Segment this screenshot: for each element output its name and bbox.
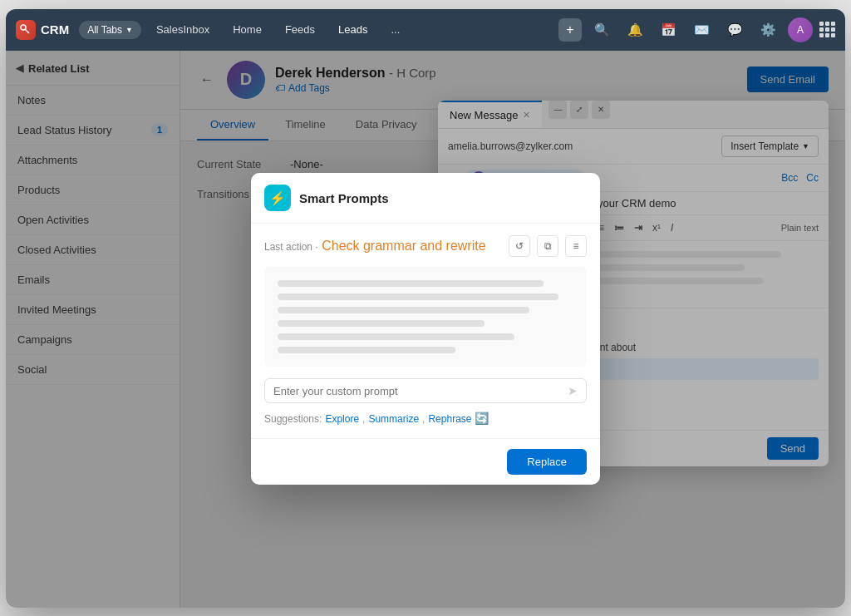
app-name: CRM bbox=[41, 22, 69, 37]
modal-action-icons: ↺ ⧉ ≡ bbox=[509, 235, 587, 257]
replace-button[interactable]: Replace bbox=[507, 449, 587, 475]
content-line-1 bbox=[278, 280, 544, 287]
last-action-prefix: Last action · bbox=[264, 241, 318, 253]
modal-header: ⚡ Smart Prompts bbox=[251, 173, 600, 224]
suggestion-summarize[interactable]: Summarize bbox=[368, 413, 419, 425]
content-line-4 bbox=[278, 320, 485, 327]
app-logo: CRM bbox=[16, 20, 69, 40]
dropdown-chevron: ▼ bbox=[125, 26, 133, 34]
modal-content-area bbox=[264, 267, 587, 367]
last-action-row: Last action · Check grammar and rewrite … bbox=[264, 235, 587, 257]
modal-footer: Replace bbox=[251, 438, 600, 485]
smart-prompts-modal: ⚡ Smart Prompts Last action · Check gram… bbox=[251, 173, 600, 485]
notifications-icon[interactable]: 🔔 bbox=[622, 17, 648, 43]
comma-sep-2: , bbox=[422, 413, 425, 425]
copy-icon[interactable]: ⧉ bbox=[537, 235, 558, 257]
custom-prompt-row: ➤ bbox=[264, 378, 587, 403]
search-icon[interactable]: 🔍 bbox=[588, 17, 615, 43]
settings-icon[interactable]: ⚙️ bbox=[755, 17, 781, 43]
salesinbox-nav[interactable]: SalesInbox bbox=[148, 18, 218, 41]
chat-icon[interactable]: 💬 bbox=[721, 17, 748, 43]
suggestion-rephrase[interactable]: Rephrase bbox=[428, 413, 471, 425]
suggestions-label: Suggestions: bbox=[264, 413, 322, 425]
all-tabs-label: All Tabs bbox=[87, 24, 122, 36]
content-line-3 bbox=[278, 307, 529, 313]
modal-body: Last action · Check grammar and rewrite … bbox=[251, 224, 600, 438]
svg-point-0 bbox=[21, 25, 26, 30]
last-action-info: Last action · Check grammar and rewrite bbox=[264, 239, 486, 254]
settings-icon[interactable]: ≡ bbox=[565, 235, 587, 257]
refresh-suggestions-icon[interactable]: 🔄 bbox=[475, 411, 489, 426]
last-action-link[interactable]: Check grammar and rewrite bbox=[322, 239, 485, 253]
logo-icon bbox=[16, 20, 36, 40]
all-tabs-dropdown[interactable]: All Tabs ▼ bbox=[79, 21, 141, 39]
modal-backdrop: ⚡ Smart Prompts Last action · Check gram… bbox=[6, 51, 845, 608]
smart-prompts-icon: ⚡ bbox=[264, 185, 291, 211]
modal-suggestions-row: Suggestions: Explore , Summarize , Rephr… bbox=[264, 411, 587, 426]
send-prompt-icon[interactable]: ➤ bbox=[568, 384, 578, 397]
user-avatar[interactable]: A bbox=[788, 17, 813, 42]
leads-nav[interactable]: Leads bbox=[330, 18, 376, 41]
more-nav[interactable]: ... bbox=[382, 18, 408, 41]
modal-title: Smart Prompts bbox=[299, 191, 389, 205]
content-line-6 bbox=[278, 347, 455, 353]
suggestion-explore[interactable]: Explore bbox=[325, 413, 359, 425]
content-line-2 bbox=[278, 293, 558, 300]
feeds-nav[interactable]: Feeds bbox=[277, 18, 323, 41]
calendar-icon[interactable]: 📅 bbox=[655, 17, 681, 43]
undo-icon[interactable]: ↺ bbox=[509, 235, 530, 257]
top-navigation: CRM All Tabs ▼ SalesInbox Home Feeds Lea… bbox=[6, 9, 845, 51]
comma-sep-1: , bbox=[362, 413, 365, 425]
mail-icon[interactable]: ✉️ bbox=[688, 17, 715, 43]
add-button[interactable]: + bbox=[558, 18, 582, 42]
home-nav[interactable]: Home bbox=[224, 18, 270, 41]
content-line-5 bbox=[278, 333, 514, 340]
custom-prompt-input[interactable] bbox=[273, 385, 568, 397]
grid-apps-icon[interactable] bbox=[819, 22, 835, 37]
